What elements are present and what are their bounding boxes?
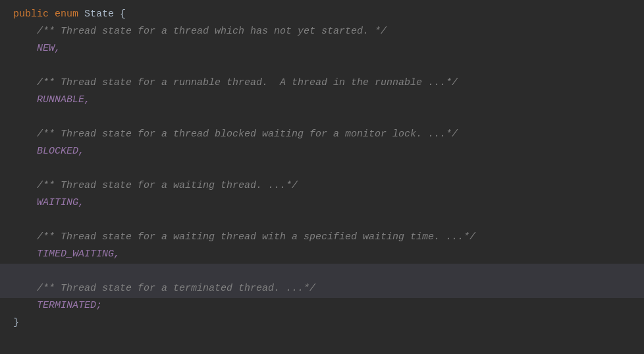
- code-line-4: [0, 58, 644, 75]
- code-line-10: [0, 161, 644, 178]
- code-line-9: BLOCKED,: [0, 144, 644, 161]
- code-line-6: RUNNABLE,: [0, 92, 644, 109]
- comment-blocked: /** Thread state for a thread blocked wa…: [13, 127, 458, 142]
- code-line-12: WAITING,: [0, 195, 644, 212]
- code-line-2: /** Thread state for a thread which has …: [0, 24, 644, 41]
- enum-terminated: TERMINATED;: [13, 298, 102, 314]
- code-line-7: [0, 109, 644, 127]
- enum-waiting: WAITING,: [13, 195, 84, 211]
- code-line-8: /** Thread state for a thread blocked wa…: [0, 127, 644, 144]
- code-line-3: NEW,: [0, 41, 644, 58]
- code-line-19: }: [0, 315, 644, 332]
- code-line-17: /** Thread state for a terminated thread…: [0, 281, 644, 298]
- code-line-5: /** Thread state for a runnable thread. …: [0, 75, 644, 92]
- comment-terminated: /** Thread state for a terminated thread…: [13, 281, 315, 297]
- comment-runnable: /** Thread state for a runnable thread. …: [13, 75, 458, 91]
- keyword-enum: enum: [55, 7, 78, 22]
- enum-new: NEW,: [13, 41, 61, 57]
- keyword-public: public: [13, 7, 49, 22]
- code-line-16: [0, 264, 644, 281]
- enum-runnable: RUNNABLE,: [13, 92, 90, 108]
- code-editor: public enum State { /** Thread state for…: [0, 0, 644, 354]
- code-line-13: [0, 212, 644, 229]
- enum-blocked: BLOCKED,: [13, 144, 84, 160]
- code-line-14: /** Thread state for a waiting thread wi…: [0, 229, 644, 247]
- code-line-11: /** Thread state for a waiting thread. .…: [0, 178, 644, 195]
- code-line-1: public enum State {: [0, 7, 644, 24]
- comment-timed-waiting: /** Thread state for a waiting thread wi…: [13, 229, 475, 245]
- code-line-15: TIMED_WAITING,: [0, 247, 644, 264]
- closing-brace: }: [13, 315, 19, 331]
- comment-new: /** Thread state for a thread which has …: [13, 24, 387, 40]
- code-line-18: TERMINATED;: [0, 298, 644, 315]
- comment-waiting: /** Thread state for a waiting thread. .…: [13, 178, 298, 194]
- enum-timed-waiting: TIMED_WAITING,: [13, 247, 120, 262]
